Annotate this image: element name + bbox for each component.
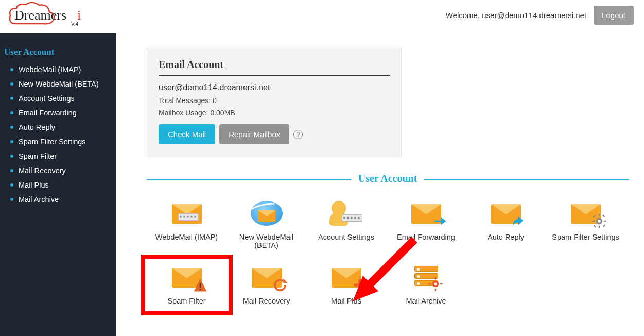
envelope-warn-icon bbox=[169, 264, 205, 290]
tile-label: Spam Filter Settings bbox=[552, 233, 619, 241]
svg-point-12 bbox=[598, 220, 601, 223]
envelope-forward-icon bbox=[408, 200, 444, 226]
reply-arrow-icon bbox=[512, 213, 527, 229]
svg-rect-19 bbox=[434, 289, 436, 291]
bullet-icon bbox=[10, 183, 13, 187]
mailbox-usage-value: 0.00MB bbox=[210, 109, 235, 117]
total-messages-row: Total Messages: 0 bbox=[159, 96, 390, 105]
envelope-undo-icon bbox=[249, 264, 285, 290]
gear-icon bbox=[428, 276, 443, 292]
bullet-icon bbox=[10, 111, 13, 114]
sidebar-item-label: Spam Filter Settings bbox=[19, 138, 86, 146]
sidebar-item-new-webdemail[interactable]: New WebdeMail (BETA) bbox=[0, 77, 116, 91]
svg-point-22 bbox=[434, 283, 437, 285]
tile-label: Email Forwarding bbox=[397, 233, 455, 241]
sidebar-item-label: Email Forwarding bbox=[19, 109, 77, 117]
envelope-globe-icon bbox=[249, 200, 285, 226]
tile-label: Mail Plus bbox=[331, 297, 361, 305]
gear-icon bbox=[591, 213, 607, 229]
card-title: Email Account bbox=[159, 59, 390, 76]
tile-spam-filter[interactable]: Spam Filter bbox=[145, 259, 229, 311]
logout-button[interactable]: Logout bbox=[594, 6, 634, 25]
check-mail-button[interactable]: Check Mail bbox=[159, 124, 215, 144]
email-account-card: Email Account user@demo114.dreamersi.net… bbox=[147, 48, 402, 157]
svg-rect-4 bbox=[598, 214, 600, 216]
sidebar-item-label: WebdeMail (IMAP) bbox=[19, 65, 81, 74]
tile-email-forwarding[interactable]: Email Forwarding bbox=[386, 200, 466, 249]
sidebar-item-label: New WebdeMail (BETA) bbox=[19, 80, 99, 88]
svg-text:i: i bbox=[77, 8, 81, 23]
plus-icon bbox=[352, 277, 368, 293]
svg-text:Dreamers: Dreamers bbox=[14, 8, 66, 23]
warning-icon bbox=[193, 277, 208, 293]
tile-label: Mail Recovery bbox=[243, 297, 290, 305]
mailbox-usage-label: Mailbox Usage: bbox=[159, 109, 208, 117]
sidebar-item-label: Auto Reply bbox=[19, 123, 55, 131]
svg-rect-9 bbox=[603, 224, 605, 227]
tile-mail-plus[interactable]: Mail Plus bbox=[306, 264, 386, 305]
svg-rect-8 bbox=[593, 215, 595, 218]
sidebar-item-label: Spam Filter bbox=[19, 152, 57, 160]
svg-rect-11 bbox=[593, 225, 596, 227]
account-email: user@demo114.dreamersi.net bbox=[159, 83, 390, 92]
envelope-plus-icon bbox=[328, 264, 364, 290]
bullet-icon bbox=[10, 198, 13, 201]
svg-rect-10 bbox=[602, 214, 605, 217]
sidebar-item-label: Mail Archive bbox=[19, 195, 59, 204]
undo-icon bbox=[272, 277, 288, 293]
brand-logo: Dreamers i V.4 bbox=[5, 1, 98, 29]
svg-rect-14 bbox=[199, 289, 201, 291]
svg-rect-13 bbox=[199, 283, 201, 288]
main-content: Email Account user@demo114.dreamersi.net… bbox=[116, 33, 644, 336]
svg-rect-16 bbox=[354, 284, 365, 287]
sidebar-item-webdemail[interactable]: WebdeMail (IMAP) bbox=[0, 62, 116, 77]
total-messages-label: Total Messages: bbox=[159, 96, 211, 105]
person-password-icon: ∗∗∗∗∗ bbox=[328, 200, 364, 226]
tile-label: New WebdeMail (BETA) bbox=[227, 233, 306, 249]
bullet-icon bbox=[10, 126, 13, 129]
tile-account-settings[interactable]: ∗∗∗∗∗ Account Settings bbox=[306, 200, 386, 249]
server-gear-icon bbox=[408, 264, 444, 290]
repair-mailbox-button[interactable]: Repair Mailbox bbox=[219, 124, 289, 144]
envelope-password-icon: ∗∗∗∗∗ bbox=[169, 200, 205, 226]
sidebar-item-account-settings[interactable]: Account Settings bbox=[0, 91, 116, 106]
tile-label: Account Settings bbox=[318, 233, 374, 241]
sidebar-item-mail-recovery[interactable]: Mail Recovery bbox=[0, 163, 116, 178]
tiles-grid: ∗∗∗∗∗ WebdeMail (IMAP) New WebdeMail (BE… bbox=[147, 200, 629, 305]
svg-rect-7 bbox=[603, 221, 606, 222]
envelope-gear-icon bbox=[568, 200, 604, 226]
envelope-reply-icon bbox=[488, 200, 524, 226]
tile-webdemail[interactable]: ∗∗∗∗∗ WebdeMail (IMAP) bbox=[147, 200, 227, 249]
tile-spam-filter-settings[interactable]: Spam Filter Settings bbox=[546, 200, 625, 249]
sidebar-item-mail-archive[interactable]: Mail Archive bbox=[0, 192, 116, 207]
svg-rect-5 bbox=[598, 226, 600, 228]
sidebar-item-auto-reply[interactable]: Auto Reply bbox=[0, 120, 116, 135]
svg-rect-20 bbox=[428, 283, 431, 285]
tile-mail-recovery[interactable]: Mail Recovery bbox=[227, 264, 306, 305]
sidebar-item-label: Mail Recovery bbox=[19, 166, 66, 175]
bullet-icon bbox=[10, 140, 13, 143]
sidebar-title: User Account bbox=[0, 44, 116, 62]
sidebar-item-mail-plus[interactable]: Mail Plus bbox=[0, 178, 116, 192]
sidebar-item-label: Mail Plus bbox=[19, 181, 49, 189]
section-title: User Account bbox=[351, 173, 425, 184]
mailbox-usage-row: Mailbox Usage: 0.00MB bbox=[159, 109, 390, 117]
svg-rect-18 bbox=[434, 277, 436, 279]
sidebar-item-email-forwarding[interactable]: Email Forwarding bbox=[0, 106, 116, 120]
sidebar-list: WebdeMail (IMAP) New WebdeMail (BETA) Ac… bbox=[0, 62, 116, 207]
sidebar-item-spam-filter[interactable]: Spam Filter bbox=[0, 149, 116, 163]
bullet-icon bbox=[10, 155, 13, 158]
forward-arrow-icon bbox=[432, 213, 447, 229]
bullet-icon bbox=[10, 97, 13, 100]
bullet-icon bbox=[10, 82, 13, 86]
sidebar-item-label: Account Settings bbox=[19, 94, 75, 103]
sidebar-item-spam-filter-settings[interactable]: Spam Filter Settings bbox=[0, 135, 116, 149]
tile-auto-reply[interactable]: Auto Reply bbox=[466, 200, 546, 249]
bullet-icon bbox=[10, 68, 13, 71]
tile-label: Spam Filter bbox=[167, 297, 205, 305]
header: Dreamers i V.4 Welcome, user@demo114.dre… bbox=[0, 0, 644, 33]
total-messages-value: 0 bbox=[213, 96, 217, 105]
tile-mail-archive[interactable]: Mail Archive bbox=[386, 264, 466, 305]
help-icon[interactable]: ? bbox=[293, 130, 303, 139]
tile-new-webdemail[interactable]: New WebdeMail (BETA) bbox=[227, 200, 306, 249]
